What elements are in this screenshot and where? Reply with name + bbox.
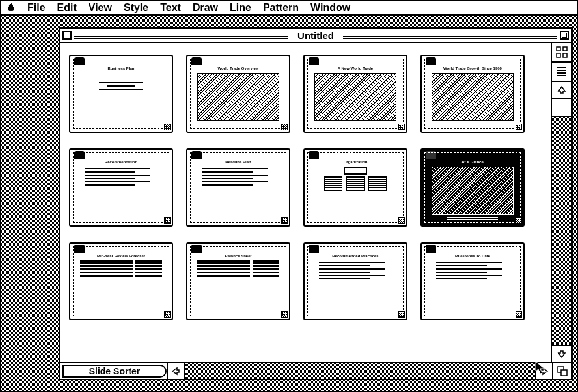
slide-corner-icon bbox=[281, 311, 288, 318]
menu-pattern[interactable]: Pattern bbox=[263, 2, 299, 14]
slide-tab-icon bbox=[74, 151, 85, 159]
slide-caption-text bbox=[202, 124, 275, 126]
vscroll-track[interactable] bbox=[552, 99, 571, 345]
apple-icon[interactable] bbox=[7, 3, 16, 13]
menu-style[interactable]: Style bbox=[124, 2, 148, 14]
slide-thumbnail[interactable]: Mid-Year Review Forecast bbox=[69, 242, 173, 320]
slide-thumbnail[interactable]: World Trade Growth Since 1960 bbox=[420, 55, 525, 133]
slide-thumbnail[interactable]: Recommendation bbox=[69, 148, 173, 227]
slide-corner-icon bbox=[164, 124, 171, 130]
slide-image-graphic bbox=[197, 73, 279, 121]
slide-title: Headline Plan bbox=[225, 160, 251, 164]
slide-thumbnail[interactable]: World Trade Overview bbox=[186, 55, 290, 133]
right-toolbar bbox=[551, 43, 571, 362]
slide-tab-icon bbox=[191, 151, 202, 159]
slide-title: World Trade Overview bbox=[218, 66, 259, 70]
slide-corner-icon bbox=[398, 311, 405, 318]
svg-rect-1 bbox=[563, 47, 567, 51]
hscroll-track[interactable] bbox=[184, 363, 535, 379]
menu-text[interactable]: Text bbox=[160, 2, 181, 14]
slide-title: Milestones To Date bbox=[455, 254, 490, 258]
slide-thumbnail[interactable]: Recommended Practices bbox=[303, 242, 407, 320]
close-box[interactable] bbox=[62, 31, 72, 40]
slide-title: Organization bbox=[344, 160, 368, 164]
menu-view[interactable]: View bbox=[89, 2, 112, 14]
slide-bullet-text bbox=[85, 168, 158, 186]
slide-tab-icon bbox=[426, 245, 436, 253]
slide-title: Balance Sheet bbox=[225, 254, 251, 258]
slide-caption-text bbox=[436, 217, 509, 220]
slide-tab-icon bbox=[309, 151, 319, 159]
menubar: File Edit View Style Text Draw Line Patt… bbox=[1, 1, 577, 16]
slide-tab-icon bbox=[426, 57, 436, 65]
titlebar-stripes bbox=[343, 31, 557, 40]
slide-org-chart bbox=[314, 167, 396, 220]
slide-title: Business Plan bbox=[107, 66, 134, 70]
slide-thumbnail[interactable]: Balance Sheet bbox=[186, 242, 290, 320]
slide-title: Recommendation bbox=[105, 160, 137, 164]
slide-tab-icon bbox=[191, 57, 202, 65]
menu-line[interactable]: Line bbox=[230, 2, 251, 14]
titlebar[interactable]: Untitled bbox=[60, 29, 571, 43]
zoom-box[interactable] bbox=[560, 31, 569, 40]
slide-tab-icon bbox=[309, 57, 319, 65]
titlebar-stripes bbox=[74, 31, 288, 40]
scroll-up-arrow-icon[interactable] bbox=[552, 82, 571, 99]
slide-thumbnail[interactable]: Milestones To Date bbox=[420, 242, 525, 320]
slide-tab-icon bbox=[426, 151, 436, 159]
slide-sorter-content[interactable]: Business PlanWorld Trade OverviewA New W… bbox=[60, 43, 551, 362]
slide-corner-icon bbox=[281, 217, 288, 224]
slide-grid: Business PlanWorld Trade OverviewA New W… bbox=[69, 55, 542, 320]
slide-corner-icon bbox=[164, 311, 171, 318]
slide-thumbnail[interactable]: A New World Trade bbox=[303, 55, 407, 133]
slide-tab-icon bbox=[74, 245, 85, 253]
slide-image-graphic bbox=[432, 167, 514, 215]
slide-title: Recommended Practices bbox=[332, 254, 378, 258]
slide-caption-text bbox=[319, 124, 392, 126]
menu-edit[interactable]: Edit bbox=[57, 2, 77, 14]
outline-view-icon[interactable] bbox=[552, 63, 571, 82]
slide-table bbox=[197, 260, 279, 314]
svg-rect-0 bbox=[557, 47, 560, 51]
slide-bullet-text bbox=[202, 168, 275, 186]
slide-title: World Trade Growth Since 1960 bbox=[443, 66, 502, 70]
horizontal-scrollbar bbox=[167, 363, 571, 379]
slide-caption-text bbox=[436, 124, 509, 126]
slide-thumbnail[interactable]: Business Plan bbox=[69, 55, 173, 133]
svg-rect-3 bbox=[563, 53, 567, 57]
scroll-down-arrow-icon[interactable] bbox=[552, 345, 571, 362]
slide-chart-graphic bbox=[432, 73, 514, 121]
slide-tab-icon bbox=[74, 57, 85, 65]
vertical-scrollbar bbox=[552, 82, 571, 362]
slide-thumbnail[interactable]: Headline Plan bbox=[186, 148, 290, 227]
scroll-left-arrow-icon[interactable] bbox=[167, 363, 184, 379]
slide-tab-icon bbox=[191, 245, 202, 253]
slide-image-graphic bbox=[314, 73, 396, 121]
slide-corner-icon bbox=[164, 217, 171, 224]
bottom-bar: Slide Sorter bbox=[60, 362, 571, 379]
slide-title: At A Glance bbox=[461, 160, 484, 164]
vscroll-thumb[interactable] bbox=[552, 99, 571, 117]
slide-bullet-text bbox=[436, 262, 509, 279]
document-window: Untitled Business PlanWorld Trade Overvi… bbox=[59, 27, 573, 380]
slide-corner-icon bbox=[516, 311, 522, 318]
slide-tab-icon bbox=[309, 245, 319, 253]
svg-rect-9 bbox=[561, 370, 567, 376]
menu-draw[interactable]: Draw bbox=[193, 2, 218, 14]
slide-body-text bbox=[85, 82, 158, 90]
screen: File Edit View Style Text Draw Line Patt… bbox=[0, 0, 578, 392]
grid-view-icon[interactable] bbox=[552, 43, 571, 63]
slide-thumbnail[interactable]: Organization bbox=[303, 148, 407, 227]
slide-thumbnail[interactable]: At A Glance bbox=[420, 148, 525, 227]
slide-corner-icon bbox=[516, 124, 522, 130]
slide-title: Mid-Year Review Forecast bbox=[97, 254, 145, 258]
menu-file[interactable]: File bbox=[27, 2, 46, 14]
slide-bullet-text bbox=[319, 262, 392, 279]
slide-corner-icon bbox=[516, 217, 522, 224]
scroll-right-arrow-icon[interactable] bbox=[535, 363, 552, 379]
menu-window[interactable]: Window bbox=[310, 2, 350, 14]
view-mode-tab[interactable]: Slide Sorter bbox=[62, 365, 167, 378]
slide-corner-icon bbox=[281, 124, 288, 130]
slide-corner-icon bbox=[398, 217, 405, 224]
size-box-icon[interactable] bbox=[552, 363, 571, 379]
